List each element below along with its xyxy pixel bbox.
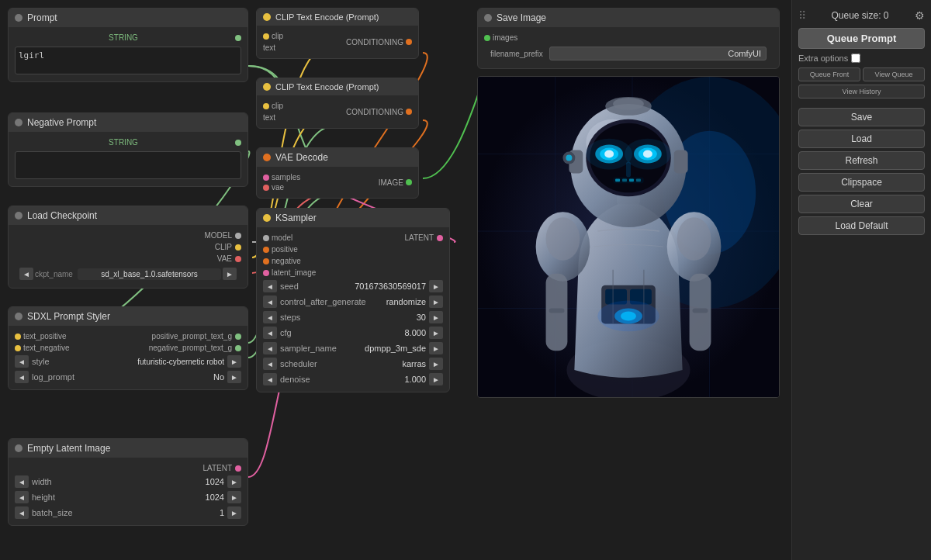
- svg-rect-30: [629, 178, 634, 181]
- scheduler-prev[interactable]: ◄: [263, 358, 277, 370]
- save-image-node: Save Image images filename_prefix: [477, 8, 780, 69]
- negative-title: Negative Prompt: [27, 117, 96, 128]
- vae-decode-header: VAE Decode: [257, 148, 418, 167]
- sampler-next[interactable]: ►: [429, 342, 443, 354]
- seed-next[interactable]: ►: [429, 280, 443, 292]
- images-in-port: [484, 35, 490, 41]
- queue-prompt-button[interactable]: Queue Prompt: [798, 28, 925, 49]
- load-default-button[interactable]: Load Default: [798, 216, 925, 235]
- ks-latent-out: [437, 235, 443, 241]
- width-row: ◄ width 1024 ►: [15, 474, 241, 489]
- scheduler-next[interactable]: ►: [429, 358, 443, 370]
- text-positive-in-port: [15, 334, 21, 340]
- filename-prefix-input[interactable]: [549, 47, 767, 60]
- batch-label: batch_size: [29, 508, 181, 517]
- batch-next-btn[interactable]: ►: [227, 506, 241, 519]
- svg-point-45: [613, 98, 644, 110]
- checkpoint-title: Load Checkpoint: [27, 210, 97, 221]
- image-preview-inner: [478, 77, 779, 397]
- control-next[interactable]: ►: [429, 296, 443, 308]
- ksampler-node: KSampler model LATENT positive negative …: [256, 208, 450, 392]
- log-next-btn[interactable]: ►: [227, 371, 241, 383]
- separator1: [798, 102, 925, 105]
- save-button[interactable]: Save: [798, 108, 925, 126]
- cfg-prev[interactable]: ◄: [263, 327, 277, 339]
- text-positive-row: text_positive positive_prompt_text_g: [15, 330, 241, 342]
- model-label: MODEL: [204, 231, 232, 240]
- sampler-prev[interactable]: ◄: [263, 342, 277, 354]
- log-prompt-row: ◄ log_prompt No ►: [15, 369, 241, 385]
- canvas[interactable]: Prompt STRING lgirl Negative Prompt STRI…: [0, 0, 791, 560]
- svg-point-39: [677, 217, 711, 261]
- prompt-node-title: Prompt: [27, 12, 57, 23]
- steps-next[interactable]: ►: [429, 311, 443, 323]
- ckpt-name-label: ckpt_name: [35, 270, 73, 278]
- height-next-btn[interactable]: ►: [227, 491, 241, 503]
- ks-model-in: [263, 235, 269, 241]
- empty-latent-dot: [15, 444, 22, 452]
- cfg-next[interactable]: ►: [429, 327, 443, 339]
- svg-rect-29: [622, 178, 627, 181]
- sdxl-header: SDXL Prompt Styler: [9, 307, 247, 326]
- width-prev-btn[interactable]: ◄: [15, 475, 29, 488]
- prompt-node-body: STRING lgirl: [9, 27, 247, 81]
- image-out-port: [406, 179, 412, 185]
- denoise-next[interactable]: ►: [429, 373, 443, 385]
- svg-rect-26: [626, 162, 631, 178]
- view-history-button[interactable]: View History: [798, 85, 925, 99]
- control-prev[interactable]: ◄: [263, 296, 277, 308]
- prompt-textarea[interactable]: lgirl: [15, 47, 241, 74]
- save-image-title: Save Image: [497, 12, 546, 23]
- view-queue-button[interactable]: View Queue: [863, 67, 925, 81]
- style-next-btn[interactable]: ►: [227, 355, 241, 368]
- save-image-body: images filename_prefix: [478, 27, 779, 68]
- control-row: ◄ control_after_generate randomize ►: [263, 294, 443, 309]
- steps-prev[interactable]: ◄: [263, 311, 277, 323]
- gear-icon[interactable]: ⚙: [915, 9, 925, 22]
- clipspace-button[interactable]: Clipspace: [798, 173, 925, 192]
- vae-decode-dot: [263, 154, 271, 161]
- ks-positive-row: positive: [263, 244, 443, 255]
- text-positive-label: text_positive: [23, 332, 67, 340]
- vae-decode-node: VAE Decode samples vae IMAGE: [256, 147, 419, 199]
- denoise-prev[interactable]: ◄: [263, 373, 277, 385]
- text-negative-row: text_negative negative_prompt_text_g: [15, 342, 241, 354]
- ks-positive-in: [263, 247, 269, 253]
- svg-point-35: [566, 155, 572, 161]
- image-preview: [477, 76, 780, 398]
- negative-out-label: negative_prompt_text_g: [149, 344, 232, 352]
- load-button[interactable]: Load: [798, 130, 925, 148]
- latent-out-label: LATENT: [202, 464, 232, 472]
- negative-textarea[interactable]: [15, 151, 241, 179]
- sdxl-prompt-styler-node: SDXL Prompt Styler text_positive positiv…: [8, 306, 248, 390]
- batch-value: 1: [181, 508, 227, 517]
- clip2-clip-in: [263, 103, 269, 109]
- queue-front-button[interactable]: Queue Front: [798, 67, 860, 81]
- extra-options-label: Extra options: [798, 54, 848, 63]
- images-port-row: images: [484, 32, 773, 43]
- style-prev-btn[interactable]: ◄: [15, 355, 29, 368]
- vae-label: VAE: [217, 254, 232, 263]
- sdxl-body: text_positive positive_prompt_text_g tex…: [9, 326, 247, 389]
- refresh-button[interactable]: Refresh: [798, 151, 925, 170]
- ckpt-next-btn[interactable]: ►: [223, 268, 237, 280]
- prompt-string-port: [235, 35, 241, 41]
- svg-point-48: [597, 301, 659, 332]
- height-prev-btn[interactable]: ◄: [15, 491, 29, 503]
- denoise-row: ◄ denoise 1.000 ►: [263, 372, 443, 387]
- log-prev-btn[interactable]: ◄: [15, 371, 29, 383]
- ks-model-row: model LATENT: [263, 232, 443, 244]
- ckpt-prev-btn[interactable]: ◄: [19, 268, 33, 280]
- height-value: 1024: [181, 493, 227, 502]
- sampler-value: dpmpp_3m_sde: [362, 344, 429, 353]
- ksampler-title: KSampler: [275, 213, 317, 223]
- extra-options-checkbox[interactable]: [851, 54, 860, 63]
- clip-encode1-node: CLIP Text Encode (Prompt) clip text COND…: [256, 8, 419, 59]
- seed-prev[interactable]: ◄: [263, 280, 277, 292]
- negative-out-port: [235, 345, 241, 351]
- clear-button[interactable]: Clear: [798, 195, 925, 213]
- empty-latent-node: Empty Latent Image LATENT ◄ width 1024 ►…: [8, 438, 248, 526]
- prompt-node-dot: [15, 14, 22, 22]
- width-next-btn[interactable]: ►: [227, 475, 241, 488]
- batch-prev-btn[interactable]: ◄: [15, 506, 29, 519]
